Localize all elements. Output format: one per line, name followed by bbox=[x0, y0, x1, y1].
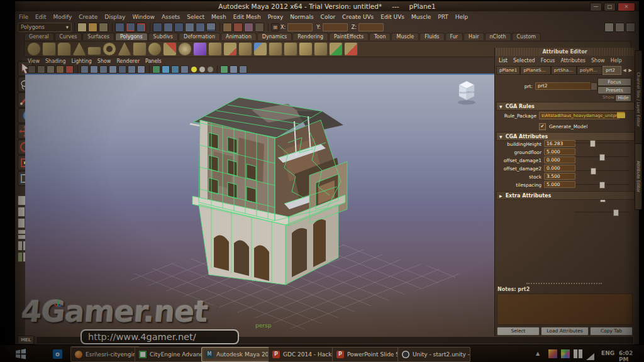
bookmark-icon[interactable] bbox=[56, 65, 64, 74]
tab-prev-icon[interactable]: ◀ bbox=[621, 68, 627, 73]
append-polygon-icon[interactable] bbox=[329, 42, 343, 56]
channel-box-toggle-icon[interactable] bbox=[626, 23, 635, 32]
shelf-tab-muscle[interactable]: Muscle bbox=[391, 33, 419, 40]
tray-color-icon[interactable] bbox=[561, 349, 570, 358]
screen-space-ao-icon[interactable] bbox=[128, 65, 136, 74]
browse-folder-icon[interactable] bbox=[617, 112, 625, 118]
save-scene-icon[interactable] bbox=[99, 23, 108, 32]
viewcube-left-label[interactable]: RIGHT bbox=[460, 91, 468, 94]
make-live-icon[interactable] bbox=[196, 23, 205, 32]
cga-attributes-header[interactable]: ▼ CGA Attributes bbox=[496, 132, 635, 141]
tool-settings-toggle-icon[interactable] bbox=[615, 23, 625, 32]
select-by-hierarchy-icon[interactable] bbox=[153, 23, 162, 32]
panel-menu-panels[interactable]: Panels bbox=[145, 58, 162, 64]
snap-to-grids-icon[interactable] bbox=[115, 23, 125, 32]
shelf-tab-curves[interactable]: Curves bbox=[55, 33, 82, 40]
panel-menu-renderer[interactable]: Renderer bbox=[116, 58, 140, 64]
menu-window[interactable]: Window bbox=[132, 14, 155, 20]
poly-cube-icon[interactable] bbox=[42, 42, 56, 56]
ipr-render-icon[interactable] bbox=[244, 23, 253, 32]
xray-joints-icon[interactable] bbox=[171, 65, 179, 74]
bridge-icon[interactable] bbox=[299, 42, 313, 56]
poly-plane-icon[interactable] bbox=[87, 47, 101, 55]
menu-normals[interactable]: Normals bbox=[290, 14, 313, 20]
notes-textarea[interactable] bbox=[497, 293, 633, 325]
poly-soccer-ball-icon[interactable] bbox=[178, 42, 192, 56]
menu-mesh[interactable]: Mesh bbox=[211, 14, 226, 20]
xray-icon[interactable] bbox=[162, 65, 170, 74]
notes-resize-handle[interactable] bbox=[526, 283, 602, 284]
select-by-component-icon[interactable] bbox=[174, 23, 184, 32]
extra-attributes-header[interactable]: ▶ Extra Attributes bbox=[496, 191, 635, 200]
minimize-button[interactable]: — bbox=[590, 3, 602, 11]
attr-input-tilespacing[interactable]: 5.000 bbox=[544, 181, 575, 188]
menu-help[interactable]: Help bbox=[455, 14, 469, 20]
attr-slider-offset-damage2[interactable] bbox=[574, 182, 630, 187]
camera-gate-icon[interactable] bbox=[230, 65, 238, 74]
attribute-editor-title[interactable]: Attribute Editor bbox=[495, 48, 635, 56]
bevel-icon[interactable] bbox=[284, 42, 297, 56]
construction-history-icon[interactable] bbox=[223, 23, 232, 32]
textured-mode-icon[interactable] bbox=[99, 65, 108, 74]
shelf-tab-fur[interactable]: Fur bbox=[445, 33, 464, 40]
poly-cylinder-icon[interactable] bbox=[57, 42, 71, 56]
shelf-tab-dynamics[interactable]: Dynamics bbox=[257, 33, 292, 40]
tray-language[interactable]: ENG bbox=[601, 350, 614, 356]
attr-slider-tilespacing[interactable] bbox=[574, 209, 630, 215]
tray-network-icon[interactable] bbox=[586, 351, 594, 362]
menu-prt[interactable]: PRT bbox=[438, 14, 448, 20]
shelf-tab-painteffects[interactable]: PaintEffects bbox=[329, 33, 369, 40]
attr-input-buildingheight[interactable]: 16.283 bbox=[544, 140, 575, 147]
ae-tab-prt2[interactable]: prt2 bbox=[602, 66, 621, 75]
attribute-editor-side-tab[interactable]: Attribute Editor bbox=[635, 143, 642, 210]
attr-input-groundfloor[interactable]: 5.000 bbox=[544, 148, 575, 155]
absolute-transform-icon[interactable]: ⊞ bbox=[271, 23, 279, 31]
tray-display-icon[interactable] bbox=[574, 349, 582, 358]
focus-button[interactable]: Focus bbox=[597, 78, 631, 86]
copy-tab-button[interactable]: Copy Tab bbox=[590, 327, 633, 336]
tab-next-icon[interactable]: ▶ bbox=[628, 68, 633, 73]
ae-menu-list[interactable]: List bbox=[499, 58, 508, 63]
rule-package-input[interactable]: s\Altstadthaus_heavydamage_unitprt.rpk bbox=[539, 112, 619, 119]
exposure-icon[interactable] bbox=[180, 65, 189, 74]
shelf-tab-polygons[interactable]: Polygons bbox=[115, 33, 148, 40]
shelf-tab-surfaces[interactable]: Surfaces bbox=[82, 33, 114, 40]
attr-slider-groundfloor[interactable] bbox=[574, 154, 630, 160]
attr-input-stock[interactable]: 3.500 bbox=[544, 173, 575, 180]
isolate-select-icon[interactable] bbox=[152, 65, 160, 74]
tray-clock[interactable]: 6:02 PM bbox=[619, 350, 644, 362]
shelf-tab-general[interactable]: General bbox=[24, 33, 54, 40]
poly-cone-icon[interactable] bbox=[72, 42, 86, 56]
poly-pipe-icon[interactable] bbox=[148, 42, 162, 56]
split-polygon-icon[interactable] bbox=[344, 42, 358, 56]
shelf-tab-rendering[interactable]: Rendering bbox=[292, 33, 328, 40]
sculpt-geometry-icon[interactable] bbox=[208, 42, 222, 56]
cga-rules-header[interactable]: ▼ CGA Rules bbox=[496, 102, 635, 111]
attr-input-offset-damage1[interactable]: 0.000 bbox=[544, 156, 575, 163]
poly-prism-icon[interactable] bbox=[118, 42, 131, 56]
menu-set-selector[interactable]: Polygons ▾ bbox=[18, 23, 72, 32]
smooth-icon[interactable] bbox=[253, 42, 267, 56]
shelf-tab-subdivs[interactable]: Subdivs bbox=[148, 33, 178, 40]
menu-modify[interactable]: Modify bbox=[53, 14, 72, 20]
camera-attributes-icon[interactable] bbox=[47, 65, 55, 74]
panel-menu-show[interactable]: Show bbox=[97, 58, 111, 64]
menu-display[interactable]: Display bbox=[104, 14, 125, 20]
panel-menu-lighting[interactable]: Lighting bbox=[71, 58, 91, 64]
poly-sphere-icon[interactable] bbox=[27, 42, 41, 56]
swatch-button[interactable] bbox=[591, 82, 597, 90]
viewcube[interactable]: RIGHT BACK bbox=[458, 81, 475, 105]
snap-to-points-icon[interactable] bbox=[136, 23, 146, 32]
shadows-icon[interactable] bbox=[118, 65, 126, 74]
menu-create-uvs[interactable]: Create UVs bbox=[342, 14, 374, 20]
resolution-gate-icon[interactable] bbox=[191, 67, 197, 72]
render-settings-icon[interactable] bbox=[255, 23, 264, 32]
ae-menu-attributes[interactable]: Attributes bbox=[561, 58, 586, 63]
ae-menu-help[interactable]: Help bbox=[611, 58, 622, 63]
taskbar-task-esri[interactable]: Esri\esri-cityengine-s... bbox=[70, 347, 140, 362]
poly-pyramid-icon[interactable] bbox=[133, 42, 147, 56]
shelf-tab-fluids[interactable]: Fluids bbox=[419, 33, 444, 40]
snap-to-curves-icon[interactable] bbox=[126, 23, 135, 32]
panel-menu-shading[interactable]: Shading bbox=[45, 58, 66, 64]
new-scene-icon[interactable] bbox=[77, 23, 87, 32]
